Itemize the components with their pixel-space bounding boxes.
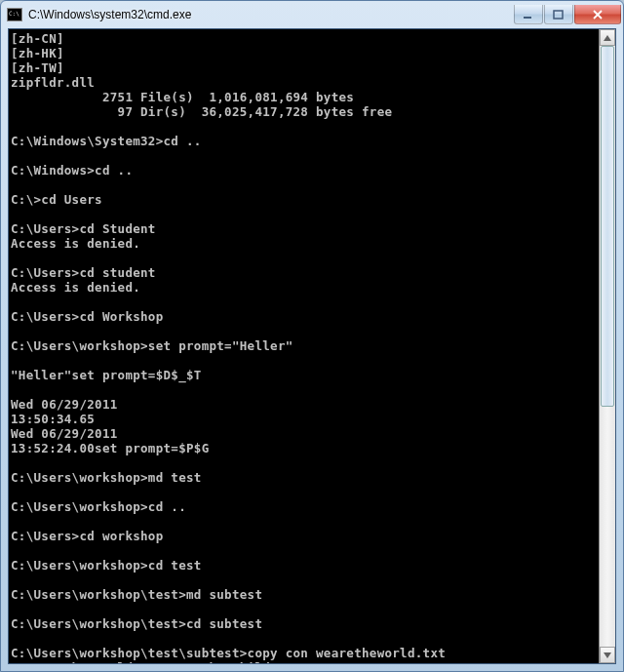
minimize-button[interactable]: [514, 5, 543, 24]
maximize-button[interactable]: [544, 5, 573, 24]
scroll-track[interactable]: [600, 46, 615, 647]
svg-rect-1: [554, 11, 563, 19]
window-title: C:\Windows\system32\cmd.exe: [28, 8, 514, 21]
scroll-down-button[interactable]: [600, 647, 615, 663]
svg-rect-0: [524, 17, 531, 19]
close-button[interactable]: [574, 5, 621, 24]
cmd-window: C:\Windows\system32\cmd.exe [zh-CN] [zh-…: [0, 0, 624, 672]
client-area: [zh-CN] [zh-HK] [zh-TW] zipfldr.dll 2751…: [8, 28, 616, 664]
cmd-icon: [7, 8, 22, 21]
terminal-output[interactable]: [zh-CN] [zh-HK] [zh-TW] zipfldr.dll 2751…: [9, 29, 599, 663]
window-controls: [514, 5, 621, 24]
titlebar[interactable]: C:\Windows\system32\cmd.exe: [1, 1, 623, 28]
scroll-thumb[interactable]: [601, 46, 614, 407]
scroll-up-button[interactable]: [600, 29, 615, 46]
vertical-scrollbar[interactable]: [599, 29, 615, 663]
